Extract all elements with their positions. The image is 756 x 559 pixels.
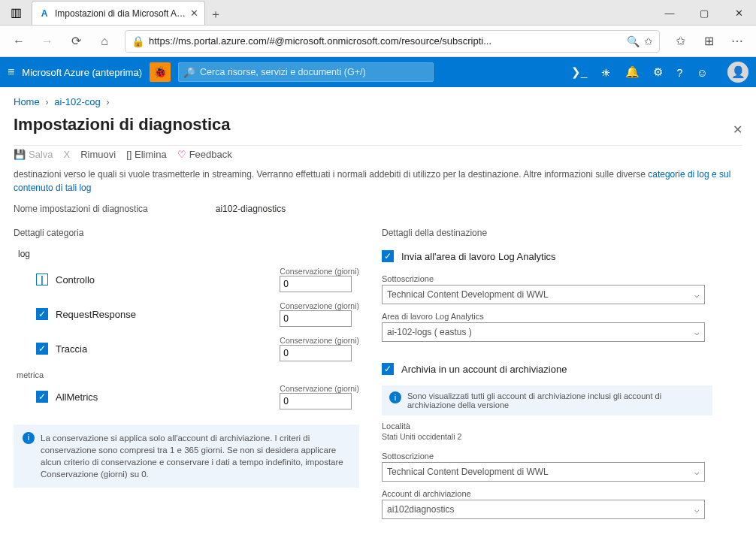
category-label: RequestResponse [56, 309, 136, 320]
discard-button[interactable]: X [64, 149, 71, 160]
azure-favicon: A [38, 8, 50, 20]
checkbox-log-analytics[interactable]: ✓ [382, 250, 394, 262]
collections-button[interactable]: ⊞ [696, 29, 721, 54]
retention-input-traccia[interactable] [280, 345, 352, 361]
text-size-icon[interactable]: 🔍 [627, 35, 640, 47]
retention-info-box: i La conservazione si applica solo all'a… [14, 425, 359, 488]
location-label: Località [382, 415, 742, 431]
search-icon: 🔎 [183, 67, 195, 78]
more-button[interactable]: ⋯ [724, 29, 750, 54]
checkbox-allmetrics[interactable]: ✓ [36, 391, 48, 403]
metric-label: AllMetrics [56, 391, 98, 403]
settings-icon[interactable]: ⚙ [653, 65, 663, 79]
retention-label: Conservazione (giorni) [280, 301, 359, 310]
category-details-header: Dettagli categoria [14, 225, 359, 246]
feedback-button[interactable]: ♡Feedback [177, 149, 232, 160]
azure-search-input[interactable] [200, 67, 428, 77]
metric-row-allmetrics: ✓ AllMetrics Conservazione (giorni) [14, 379, 359, 414]
help-icon[interactable]: ? [676, 66, 682, 79]
description-text: destinazioni verso le quali si vuole tra… [14, 168, 735, 195]
home-button[interactable]: ⌂ [92, 29, 117, 54]
retention-input-controllo[interactable] [280, 276, 352, 292]
category-row-requestresponse: ✓ RequestResponse Conservazione (giorni) [14, 297, 359, 331]
azure-search[interactable]: 🔎 [178, 62, 434, 82]
directory-icon[interactable]: ⛯ [600, 66, 612, 79]
subscription-value: Technical Content Development di WWL [387, 289, 549, 300]
setting-name-label: Nome impostazioni di diagnostica [14, 204, 148, 214]
breadcrumb-home[interactable]: Home [14, 96, 40, 107]
category-row-traccia: ✓ Traccia Conservazione (giorni) [14, 331, 359, 366]
report-bug-button[interactable]: 🐞 [150, 62, 171, 82]
chevron-down-icon: ⌵ [694, 328, 700, 337]
retention-input-requestresponse[interactable] [280, 310, 352, 327]
window-close-icon[interactable]: ✕ [721, 1, 756, 25]
log-header: log [14, 246, 359, 262]
tabs-left-icon[interactable]: ▥ [0, 0, 32, 25]
checkbox-traccia[interactable]: ✓ [36, 343, 48, 355]
retention-label: Conservazione (giorni) [280, 384, 359, 393]
metric-header: metrica [14, 366, 359, 379]
storage-account-dropdown[interactable]: ai102diagnostics ⌵ [382, 500, 705, 519]
remove-button[interactable]: Rimuovi [80, 149, 116, 160]
retention-input-allmetrics[interactable] [280, 393, 352, 409]
subscription-label: Sottoscrizione [382, 267, 742, 285]
browser-tab[interactable]: A Impostazioni di dia Microsoft A… ✕ [32, 1, 205, 25]
storage-account-label: Account di archiviazione [382, 482, 742, 500]
back-button[interactable]: ← [6, 29, 32, 54]
refresh-button[interactable]: ⟳ [63, 29, 89, 54]
cloud-shell-icon[interactable]: ❯_ [571, 65, 587, 79]
checkbox-archive-storage[interactable]: ✓ [382, 363, 394, 375]
info-icon: i [389, 391, 401, 403]
category-label: Traccia [56, 343, 87, 355]
window-maximize-icon[interactable]: ▢ [687, 1, 721, 25]
checkbox-controllo[interactable]: | [36, 273, 48, 286]
favorites-button[interactable]: ✩ [667, 29, 693, 54]
save-icon: 💾 [14, 149, 26, 160]
archive-label: Archivia in un account di archiviazione [401, 364, 567, 375]
retention-label: Conservazione (giorni) [280, 336, 359, 345]
address-bar[interactable]: 🔒 🔍 ✩ [125, 30, 660, 53]
setting-name-value: ai102-diagnostics [216, 204, 286, 214]
storage-subscription-label: Sottoscrizione [382, 444, 742, 462]
chevron-down-icon: ⌵ [694, 505, 700, 515]
notifications-icon[interactable]: 🔔 [625, 65, 640, 79]
lock-icon: 🔒 [132, 35, 144, 47]
tab-title: Impostazioni di dia Microsoft A… [55, 8, 186, 19]
account-avatar[interactable]: 👤 [727, 62, 748, 83]
storage-account-value: ai102diagnostics [387, 504, 454, 515]
retention-info-text: La conservazione si applica solo all'acc… [41, 432, 350, 480]
category-row-controllo: | Controllo Conservazione (giorni) [14, 262, 359, 297]
chevron-down-icon: ⌵ [694, 467, 700, 477]
heart-icon: ♡ [177, 149, 186, 160]
azure-brand[interactable]: Microsoft Azure (anteprima) [22, 67, 142, 78]
location-value: Stati Uniti occidentali 2 [382, 431, 742, 444]
new-tab-button[interactable]: ＋ [205, 4, 226, 25]
hamburger-icon[interactable]: ≡ [8, 65, 14, 79]
retention-label: Conservazione (giorni) [280, 267, 359, 276]
favorite-icon[interactable]: ✩ [644, 35, 653, 47]
url-input[interactable] [149, 35, 622, 47]
storage-subscription-value: Technical Content Development di WWL [387, 467, 549, 477]
breadcrumb-resource[interactable]: ai-102-cog [54, 96, 100, 107]
category-label: Controllo [56, 274, 95, 286]
save-button[interactable]: 💾Salva [14, 149, 53, 160]
page-title: Impostazioni di diagnostica [14, 113, 230, 145]
checkbox-requestresponse[interactable]: ✓ [36, 308, 48, 320]
window-minimize-icon[interactable]: — [652, 1, 687, 25]
archive-info-text: Sono visualizzati tutti gli account di a… [407, 391, 705, 409]
feedback-icon[interactable]: ☺ [697, 66, 708, 79]
toolbar: 💾Salva X Rimuovi [] Elimina ♡Feedback [14, 145, 742, 168]
forward-button: → [35, 29, 60, 54]
close-blade-icon[interactable]: ✕ [733, 122, 742, 137]
subscription-dropdown[interactable]: Technical Content Development di WWL ⌵ [382, 285, 705, 304]
storage-subscription-dropdown[interactable]: Technical Content Development di WWL ⌵ [382, 462, 705, 482]
archive-info-box: i Sono visualizzati tutti gli account di… [382, 385, 712, 415]
delete-button[interactable]: [] Elimina [126, 149, 166, 160]
breadcrumb: Home › ai-102-cog › [14, 93, 742, 113]
tab-close-icon[interactable]: ✕ [190, 8, 198, 19]
workspace-value: ai-102-logs ( eastus ) [387, 327, 472, 337]
info-icon: i [23, 432, 35, 444]
workspace-dropdown[interactable]: ai-102-logs ( eastus ) ⌵ [382, 322, 705, 342]
log-analytics-label: Invia all'area di lavoro Log Analytics [401, 251, 556, 262]
chevron-down-icon: ⌵ [694, 290, 700, 300]
